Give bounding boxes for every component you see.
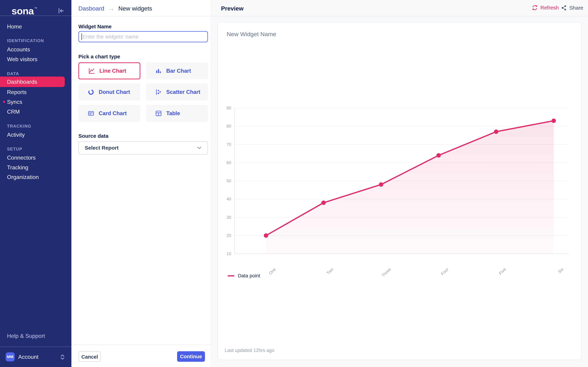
chevron-down-icon <box>197 146 202 149</box>
sidebar-divider <box>0 16 71 16</box>
chart-type-scatter[interactable]: Scatter Chart <box>146 83 208 100</box>
svg-text:Six: Six <box>557 267 564 274</box>
widget-preview-card: New Widget Name 102030405060708090OneTwo… <box>217 22 581 360</box>
form-footer-divider <box>71 345 211 345</box>
svg-text:50: 50 <box>226 178 231 183</box>
sidebar-collapse-button[interactable] <box>57 7 65 15</box>
sidebar-footer-divider <box>0 347 71 347</box>
sidebar-item-organization[interactable]: Organization <box>0 173 71 181</box>
chart-type-line[interactable]: Line Chart <box>78 62 140 79</box>
svg-text:60: 60 <box>226 160 231 165</box>
svg-text:40: 40 <box>226 197 231 201</box>
widget-name-input[interactable]: Enter the widgets’ name <box>78 31 208 42</box>
sidebar-item-tracking[interactable]: Tracking <box>0 163 71 172</box>
chevron-up-down-icon <box>60 354 65 360</box>
svg-text:One: One <box>268 267 277 275</box>
report-select[interactable]: Select Report <box>78 141 208 154</box>
breadcrumb-arrow-icon: → <box>108 5 114 12</box>
avatar: MM <box>6 352 15 361</box>
sidebar-item-dashboards-active[interactable]: Dashboards <box>0 76 65 87</box>
sidebar-item-activity[interactable]: Activity <box>0 131 71 139</box>
svg-text:Three: Three <box>381 267 392 278</box>
legend-label: Data point <box>238 273 260 279</box>
chart-type-label-text: Bar Chart <box>166 68 191 74</box>
text-cursor <box>81 33 82 40</box>
chart-type-card[interactable]: Card Chart <box>78 105 140 122</box>
breadcrumb-dashboard-link[interactable]: Dasboard <box>78 5 104 12</box>
sidebar-item-connectors[interactable]: Connectors <box>0 153 71 162</box>
table-icon <box>155 110 162 117</box>
source-data-label: Source data <box>78 133 109 139</box>
donut-chart-icon <box>87 89 95 96</box>
bar-chart-icon <box>155 67 162 75</box>
collapse-sidebar-icon <box>57 7 65 15</box>
account-label: Account <box>18 353 38 361</box>
chart-type-label-text: Table <box>166 110 180 117</box>
breadcrumb: Dasboard → New widgets <box>78 5 152 12</box>
sidebar-item-accounts[interactable]: Accounts <box>0 45 71 54</box>
svg-text:Four: Four <box>440 267 450 276</box>
card-chart-icon <box>87 110 95 117</box>
refresh-label: Refresh <box>540 5 559 11</box>
svg-text:10: 10 <box>226 251 231 256</box>
chart-type-label-text: Line Chart <box>99 68 126 74</box>
help-support-link[interactable]: Help & Support <box>0 332 71 340</box>
legend-line-swatch <box>228 275 234 276</box>
svg-text:70: 70 <box>226 142 231 147</box>
svg-text:30: 30 <box>226 215 231 220</box>
svg-text:Two: Two <box>326 267 334 275</box>
chart-type-label: Pick a chart type <box>78 53 120 60</box>
share-label: Share <box>569 5 583 11</box>
chart-type-label-text: Card Chart <box>99 110 127 117</box>
preview-title: Preview <box>221 5 244 12</box>
svg-text:20: 20 <box>226 233 231 238</box>
svg-text:80: 80 <box>226 124 231 128</box>
account-menu[interactable]: MM Account <box>0 350 71 365</box>
share-icon <box>561 5 567 11</box>
sidebar-item-web-visitors[interactable]: Web visitors <box>0 55 71 63</box>
share-button[interactable]: Share <box>561 5 583 11</box>
last-updated-text: Last updated 12hrs ago <box>225 348 274 353</box>
cancel-button[interactable]: Cancel <box>78 351 101 362</box>
chart-legend: Data point <box>228 272 260 279</box>
sidebar: sona™ Home IDENTIFICATION Accounts Web v… <box>0 0 71 367</box>
continue-button[interactable]: Continue <box>177 351 205 362</box>
chart-type-bar[interactable]: Bar Chart <box>146 62 208 79</box>
scatter-chart-icon <box>155 89 162 96</box>
sidebar-section-identification: IDENTIFICATION <box>0 38 71 43</box>
report-select-value: Select Report <box>85 145 197 151</box>
chart-type-label-text: Scatter Chart <box>166 89 200 95</box>
sidebar-item-home[interactable]: Home <box>0 22 71 31</box>
widget-name-placeholder: Enter the widgets’ name <box>82 34 138 40</box>
area-fill <box>266 121 554 254</box>
trademark: ™ <box>34 7 37 10</box>
sidebar-section-data: DATA <box>0 71 71 76</box>
form-header-divider <box>71 16 211 17</box>
preview-panel: Preview Refresh Share New Widget Name <box>212 0 588 367</box>
sidebar-section-tracking: TRACKING <box>0 123 71 129</box>
y-axis-labels: 102030405060708090 <box>226 106 231 256</box>
svg-text:Five: Five <box>498 267 507 275</box>
refresh-button[interactable]: Refresh <box>532 5 559 11</box>
sidebar-section-setup: SETUP <box>0 146 71 152</box>
sidebar-item-crm[interactable]: CRM <box>0 108 71 116</box>
breadcrumb-current: New widgets <box>118 5 152 12</box>
app-logo: sona™ <box>12 5 37 17</box>
chart-type-label-text: Donut Chart <box>99 89 130 95</box>
svg-text:90: 90 <box>226 106 231 110</box>
line-chart-icon <box>88 67 95 75</box>
preview-header-divider <box>212 16 588 17</box>
refresh-icon <box>532 5 538 11</box>
app-root: sona™ Home IDENTIFICATION Accounts Web v… <box>0 0 588 367</box>
sidebar-item-syncs[interactable]: Syncs <box>0 98 71 106</box>
x-axis-labels: OneTwoThreeFourFiveSix <box>268 267 564 278</box>
chart-type-table[interactable]: Table <box>146 105 208 122</box>
chart-type-donut[interactable]: Donut Chart <box>78 83 140 100</box>
widget-form-panel: Dasboard → New widgets Widget Name Enter… <box>71 0 211 367</box>
sidebar-item-reports[interactable]: Reports <box>0 88 71 96</box>
line-chart: 102030405060708090OneTwoThreeFourFiveSix <box>218 22 582 360</box>
widget-name-label: Widget Name <box>78 23 112 30</box>
